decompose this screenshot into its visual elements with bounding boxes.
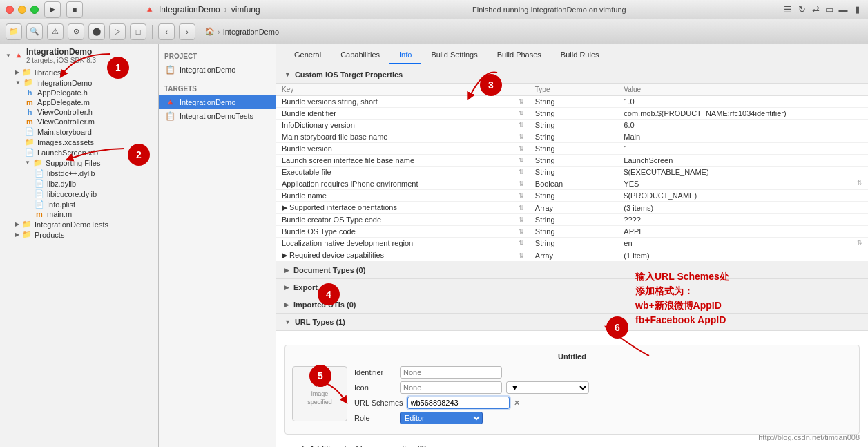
prop-value: $(EXECUTABLE_NAME) [618,167,868,178]
bc-project[interactable]: IntegrationDemo [223,28,279,36]
sidebar-item-libicucore[interactable]: 📄 libicucore.dylib [0,189,158,199]
url-schemes-close[interactable]: ✕ [514,399,520,408]
sidebar-item-viewcontroller-h[interactable]: h ViewController.h [0,107,158,117]
prop-key: ▶ Required device capabilities [276,249,513,262]
tab-build-settings[interactable]: Build Settings [421,46,487,64]
prop-stepper[interactable]: ⇅ [513,202,530,214]
panel-target-tests[interactable]: 📋 IntegrationDemoTests [159,109,276,123]
sidebar-project-root[interactable]: ▼ 🔺 IntegrationDemo 2 targets, iOS SDK 8… [0,44,158,67]
table-row[interactable]: Bundle versions string, short ⇅ String 1… [276,96,868,108]
table-row[interactable]: Bundle name ⇅ String $(PRODUCT_NAME) [276,190,868,202]
additional-props[interactable]: ▶ ▶ Additional url type properties (0) [284,440,860,447]
section-url-types[interactable]: ▼ URL Types (1) [276,314,868,331]
tab-general[interactable]: General [284,46,331,64]
tab-info[interactable]: Info [389,46,421,64]
target-icon: 🔺 [164,97,175,107]
table-row[interactable]: ▶ Required device capabilities ⇅ Array (… [276,249,868,262]
section-custom-props[interactable]: ▼ Custom iOS Target Properties [276,66,868,84]
tab-build-phases[interactable]: Build Phases [488,46,551,64]
sidebar-item-viewcontroller-m[interactable]: m ViewController.m [0,117,158,126]
nav-back[interactable]: ‹ [158,23,175,40]
table-row[interactable]: Bundle identifier ⇅ String com.mob.$(PRO… [276,108,868,120]
section-doc-types[interactable]: ▶ Document Types (0) [276,262,868,279]
sidebar-item-integrationdemo[interactable]: ▼ 📁 IntegrationDemo [0,77,158,88]
table-row[interactable]: Bundle OS Type code ⇅ String APPL [276,226,868,238]
prop-stepper[interactable]: ⇅ [513,131,530,143]
layout1-icon[interactable]: ▭ [824,4,835,15]
table-row[interactable]: ▶ Supported interface orientations ⇅ Arr… [276,202,868,214]
table-row[interactable]: InfoDictionary version ⇅ String 6.0 [276,120,868,131]
table-row[interactable]: Application requires iPhone environment … [276,178,868,190]
sidebar-item-libstdc[interactable]: 📄 libstdc++.dylib [0,168,158,178]
panel-project-item[interactable]: 📋 IntegrationDemo [159,63,276,77]
folder-icon-btn[interactable]: 📁 [6,23,22,40]
sidebar-item-libraries[interactable]: ▶ 📁 libraries [0,67,158,77]
sidebar-item-info-plist[interactable]: 📄 Info.plist [0,199,158,209]
tab-capabilities[interactable]: Capabilities [331,46,389,64]
nav-icon[interactable]: ⇄ [810,4,821,15]
prop-stepper[interactable]: ⇅ [513,238,530,249]
section-imported-utis[interactable]: ▶ Imported UTIs (0) [276,296,868,314]
sidebar-item-main-storyboard[interactable]: 📄 Main.storyboard [0,126,158,137]
sidebar-item-appdelegate-h[interactable]: h AppDelegate.h [0,88,158,97]
nav-fwd[interactable]: › [179,23,195,40]
icon-select[interactable]: ▼ [506,381,589,394]
url-schemes-input[interactable] [407,397,510,409]
sidebar-item-supporting-files[interactable]: ▼ 📁 Supporting Files [0,158,158,168]
prop-key: Bundle OS Type code [276,226,513,238]
prop-stepper[interactable]: ⇅ [513,249,530,262]
refresh-icon[interactable]: ↻ [796,4,807,15]
section-doc-types-label: Document Types (0) [293,266,365,274]
role-select[interactable]: Editor Viewer None [400,412,483,424]
warning-btn[interactable]: ⚠ [47,23,64,40]
sidebar-item-label: LaunchScreen.xib [37,149,98,157]
identifier-input[interactable] [400,366,502,379]
sidebar-item-products[interactable]: ▶ 📁 Products [0,229,158,240]
browse-btn[interactable]: 🔍 [26,23,43,40]
close-button[interactable] [6,6,14,14]
maximize-button[interactable] [30,6,39,14]
icon-input[interactable] [400,381,502,394]
m-file-icon: m [35,210,44,218]
prop-stepper[interactable]: ⇅ [513,155,530,167]
error-btn[interactable]: ⊘ [68,23,84,40]
run-button[interactable]: ▶ [44,1,61,18]
table-row[interactable]: Launch screen interface file base name ⇅… [276,155,868,167]
prop-stepper[interactable]: ⇅ [513,167,530,178]
traffic-lights [6,6,39,14]
stop2-btn[interactable]: □ [130,23,146,40]
prop-stepper[interactable]: ⇅ [513,214,530,226]
menu-icon[interactable]: ☰ [782,4,793,15]
section-export[interactable]: ▶ Export [276,279,868,296]
commit-btn[interactable]: ⬤ [88,23,105,40]
sidebar-item-main-m[interactable]: m main.m [0,209,158,219]
table-row[interactable]: Main storyboard file base name ⇅ String … [276,131,868,143]
table-row[interactable]: Bundle version ⇅ String 1 [276,143,868,155]
table-row[interactable]: Bundle creator OS Type code ⇅ String ???… [276,214,868,226]
minimize-button[interactable] [18,6,26,14]
sidebar-item-libz[interactable]: 📄 libz.dylib [0,178,158,189]
sidebar-item-demo-tests[interactable]: ▶ 📁 IntegrationDemoTests [0,219,158,229]
prop-stepper[interactable]: ⇅ [513,190,530,202]
prop-stepper[interactable]: ⇅ [513,143,530,155]
stop-button[interactable]: ■ [66,1,83,18]
prop-stepper[interactable]: ⇅ [513,120,530,131]
tab-build-rules[interactable]: Build Rules [551,46,609,64]
panel-project-name: IntegrationDemo [180,66,235,74]
prop-stepper[interactable]: ⇅ [513,226,530,238]
layout3-icon[interactable]: ▮ [851,4,862,15]
layout2-icon[interactable]: ▬ [838,4,849,15]
xcassets-icon: 📁 [25,137,35,146]
run2-btn[interactable]: ▷ [109,23,126,40]
table-row[interactable]: Localization native development region ⇅… [276,238,868,249]
sidebar-item-label: main.m [47,210,72,218]
prop-stepper[interactable]: ⇅ [513,108,530,120]
sidebar-item-launchscreen[interactable]: 📄 LaunchScreen.xib [0,147,158,158]
table-row[interactable]: Executable file ⇅ String $(EXECUTABLE_NA… [276,167,868,178]
prop-stepper[interactable]: ⇅ [513,96,530,108]
expand-icon: ▼ [6,53,11,59]
panel-target-integrationdemo[interactable]: 🔺 IntegrationDemo [159,95,276,109]
sidebar-item-xcassets[interactable]: 📁 Images.xcassets [0,137,158,147]
sidebar-item-appdelegate-m[interactable]: m AppDelegate.m [0,97,158,107]
prop-stepper[interactable]: ⇅ [513,178,530,190]
